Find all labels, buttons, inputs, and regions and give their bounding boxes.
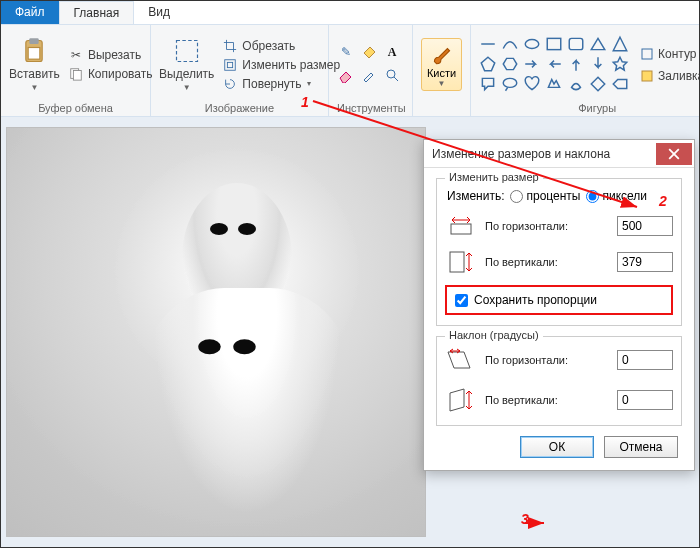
skew-groupbox: Наклон (градусы) По горизонтали: По верт… bbox=[436, 336, 682, 426]
svg-point-12 bbox=[503, 78, 517, 87]
group-image-title: Изображение bbox=[159, 100, 320, 114]
text-icon[interactable]: A bbox=[383, 43, 401, 61]
chevron-down-icon: ▼ bbox=[438, 79, 446, 88]
svg-rect-1 bbox=[30, 38, 39, 44]
chevron-down-icon: ▼ bbox=[30, 83, 38, 92]
resize-group-title: Изменить размер bbox=[445, 171, 543, 183]
crop-label: Обрезать bbox=[242, 39, 295, 53]
annotation-1: 1 bbox=[301, 94, 309, 110]
outline-label: Контур bbox=[658, 47, 696, 61]
group-shapes: Контур▾ Заливка▾ Фигуры bbox=[471, 25, 700, 116]
svg-rect-6 bbox=[225, 59, 236, 70]
group-shapes-title: Фигуры bbox=[479, 100, 700, 114]
chevron-down-icon: ▼ bbox=[183, 83, 191, 92]
rotate-button[interactable]: Повернуть ▾ bbox=[220, 76, 343, 92]
vertical-input[interactable] bbox=[617, 252, 673, 272]
skew-v-label: По вертикали: bbox=[485, 394, 609, 406]
resize-label: Изменить размер bbox=[242, 58, 340, 72]
tab-file[interactable]: Файл bbox=[1, 1, 59, 24]
select-label: Выделить bbox=[159, 67, 214, 81]
shape-outline-button[interactable]: Контур▾ bbox=[637, 46, 700, 62]
magnifier-icon[interactable] bbox=[383, 66, 401, 84]
ok-button[interactable]: ОК bbox=[520, 436, 594, 458]
cancel-button[interactable]: Отмена bbox=[604, 436, 678, 458]
picker-icon[interactable] bbox=[360, 66, 378, 84]
keep-ratio-checkbox[interactable] bbox=[455, 294, 468, 307]
horizontal-label: По горизонтали: bbox=[485, 220, 609, 232]
copy-button[interactable]: Копировать bbox=[66, 66, 156, 82]
brush-icon bbox=[429, 41, 455, 67]
outline-icon bbox=[640, 47, 654, 61]
group-clipboard-title: Буфер обмена bbox=[9, 100, 142, 114]
annotation-3: 3 bbox=[521, 511, 529, 527]
tab-view[interactable]: Вид bbox=[134, 1, 184, 24]
resize-groupbox: Изменить размер Изменить: проценты пиксе… bbox=[436, 178, 682, 326]
group-brushes: Кисти ▼ bbox=[413, 25, 471, 116]
svg-rect-10 bbox=[547, 38, 561, 49]
keep-ratio-highlight: Сохранить пропорции bbox=[445, 285, 673, 315]
select-button[interactable]: Выделить ▼ bbox=[159, 29, 214, 100]
copy-icon bbox=[69, 67, 83, 81]
shapes-gallery[interactable] bbox=[479, 29, 631, 100]
svg-rect-13 bbox=[642, 49, 652, 59]
eraser-icon[interactable] bbox=[337, 66, 355, 84]
skew-v-icon bbox=[445, 387, 477, 413]
paste-button[interactable]: Вставить ▼ bbox=[9, 29, 60, 100]
svg-rect-7 bbox=[228, 62, 233, 67]
close-icon bbox=[668, 148, 680, 160]
vertical-label: По вертикали: bbox=[485, 256, 609, 268]
skew-h-input[interactable] bbox=[617, 350, 673, 370]
copy-label: Копировать bbox=[88, 67, 153, 81]
fillshape-icon bbox=[640, 69, 654, 83]
shape-fill-button[interactable]: Заливка▾ bbox=[637, 68, 700, 84]
ribbon: Вставить ▼ ✂ Вырезать Копировать Буфер о… bbox=[1, 25, 699, 117]
resize-button[interactable]: Изменить размер bbox=[220, 57, 343, 73]
rotate-label: Повернуть bbox=[242, 77, 301, 91]
rotate-icon bbox=[223, 77, 237, 91]
chevron-down-icon: ▾ bbox=[307, 79, 311, 88]
skew-v-input[interactable] bbox=[617, 390, 673, 410]
crop-icon bbox=[223, 39, 237, 53]
close-button[interactable] bbox=[656, 143, 692, 165]
group-clipboard: Вставить ▼ ✂ Вырезать Копировать Буфер о… bbox=[1, 25, 151, 116]
svg-rect-15 bbox=[451, 224, 471, 234]
crop-button[interactable]: Обрезать bbox=[220, 38, 343, 54]
horizontal-icon bbox=[445, 213, 477, 239]
group-tools: ✎ A Инструменты bbox=[329, 25, 413, 116]
annotation-2: 2 bbox=[659, 193, 667, 209]
group-brushes-title bbox=[421, 100, 462, 114]
radio-percent[interactable]: проценты bbox=[510, 189, 580, 203]
cut-button[interactable]: ✂ Вырезать bbox=[66, 47, 156, 63]
brushes-button[interactable]: Кисти ▼ bbox=[421, 38, 462, 91]
fill-label: Заливка bbox=[658, 69, 700, 83]
radio-pixels[interactable]: пиксели bbox=[586, 189, 647, 203]
tab-strip: Файл Главная Вид bbox=[1, 1, 699, 25]
resize-dialog: Изменение размеров и наклона Изменить ра… bbox=[423, 139, 695, 471]
group-tools-title: Инструменты bbox=[337, 100, 404, 114]
svg-rect-14 bbox=[642, 71, 652, 81]
image-content bbox=[6, 127, 426, 537]
scissors-icon: ✂ bbox=[69, 48, 83, 62]
cut-label: Вырезать bbox=[88, 48, 141, 62]
svg-rect-2 bbox=[29, 48, 41, 60]
paste-icon bbox=[20, 37, 48, 65]
brushes-label: Кисти bbox=[427, 67, 456, 79]
svg-point-8 bbox=[387, 70, 395, 78]
skew-h-icon bbox=[445, 347, 477, 373]
skew-h-label: По горизонтали: bbox=[485, 354, 609, 366]
dialog-title: Изменение размеров и наклона bbox=[432, 147, 656, 161]
tab-home[interactable]: Главная bbox=[59, 1, 135, 24]
by-label: Изменить: bbox=[447, 189, 504, 203]
horizontal-input[interactable] bbox=[617, 216, 673, 236]
pencil-icon[interactable]: ✎ bbox=[337, 43, 355, 61]
fill-icon[interactable] bbox=[360, 43, 378, 61]
resize-icon bbox=[223, 58, 237, 72]
select-icon bbox=[173, 37, 201, 65]
svg-rect-4 bbox=[73, 71, 81, 81]
skew-group-title: Наклон (градусы) bbox=[445, 329, 543, 341]
keep-ratio-label: Сохранить пропорции bbox=[474, 293, 597, 307]
svg-point-9 bbox=[525, 39, 539, 48]
svg-rect-16 bbox=[450, 252, 464, 272]
paste-label: Вставить bbox=[9, 67, 60, 81]
vertical-icon bbox=[445, 249, 477, 275]
